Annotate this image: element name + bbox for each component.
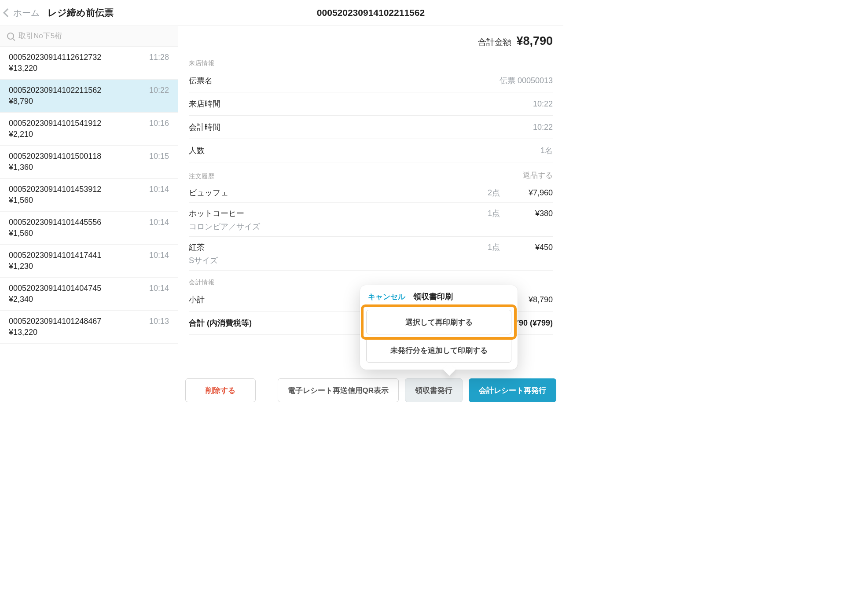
popover-cancel[interactable]: キャンセル bbox=[368, 292, 405, 302]
order-name: 紅茶 bbox=[189, 242, 452, 253]
transaction-item[interactable]: 00052023091410150011810:15¥1,360 bbox=[0, 146, 178, 179]
order-row: 紅茶1点¥450Sサイズ bbox=[189, 237, 553, 271]
transaction-amount: ¥1,230 bbox=[9, 262, 169, 271]
transaction-amount: ¥8,790 bbox=[9, 97, 169, 106]
transaction-amount: ¥2,340 bbox=[9, 295, 169, 304]
transaction-item[interactable]: 00052023091410124846710:13¥13,220 bbox=[0, 311, 178, 344]
back-button[interactable]: ホーム bbox=[4, 7, 40, 19]
transaction-amount: ¥1,560 bbox=[9, 229, 169, 238]
popover-add-unissued-button[interactable]: 未発行分を追加して印刷する bbox=[366, 338, 511, 363]
slip-row: 伝票名 伝票 00050013 bbox=[189, 69, 553, 92]
transaction-item[interactable]: 00052023091410154191210:16¥2,210 bbox=[0, 113, 178, 146]
transaction-time: 10:16 bbox=[149, 119, 169, 128]
issue-receipt-button[interactable]: 領収書発行 bbox=[405, 378, 463, 402]
delete-button[interactable]: 削除する bbox=[185, 378, 256, 402]
transaction-time: 10:22 bbox=[149, 86, 169, 95]
visit-section-head: 来店情報 bbox=[189, 59, 553, 67]
order-price: ¥380 bbox=[500, 209, 553, 218]
people-label: 人数 bbox=[189, 145, 205, 156]
transaction-amount: ¥2,210 bbox=[9, 130, 169, 139]
subtotal-label: 小計 bbox=[189, 294, 205, 305]
order-sub: Sサイズ bbox=[189, 255, 553, 266]
transaction-item[interactable]: 00052023091410145391210:14¥1,560 bbox=[0, 179, 178, 212]
detail-title: 000520230914102211562 bbox=[317, 7, 425, 18]
transaction-id: 000520230914101417441 bbox=[9, 251, 101, 260]
search-row[interactable] bbox=[0, 26, 178, 47]
transaction-time: 10:13 bbox=[149, 317, 169, 326]
transaction-time: 10:14 bbox=[149, 185, 169, 194]
order-qty: 1点 bbox=[452, 242, 500, 253]
arrive-row: 来店時間 10:22 bbox=[189, 92, 553, 116]
transaction-time: 10:14 bbox=[149, 251, 169, 260]
transaction-time: 10:14 bbox=[149, 284, 169, 293]
orders-section-label: 注文履歴 bbox=[189, 172, 214, 180]
order-price: ¥7,960 bbox=[500, 188, 553, 198]
order-row: ホットコーヒー1点¥380コロンビア／サイズ bbox=[189, 203, 553, 237]
screen-title: レジ締め前伝票 bbox=[48, 7, 114, 19]
transaction-amount: ¥1,360 bbox=[9, 163, 169, 172]
orders-section-head: 注文履歴 返品する bbox=[189, 170, 553, 180]
total-amount: ¥8,790 bbox=[516, 34, 553, 48]
transaction-id: 000520230914101541912 bbox=[9, 119, 101, 128]
transaction-amount: ¥13,220 bbox=[9, 328, 169, 337]
return-action[interactable]: 返品する bbox=[523, 170, 553, 180]
transaction-item[interactable]: 00052023091410141744110:14¥1,230 bbox=[0, 245, 178, 278]
subtotal-value: ¥8,790 bbox=[529, 295, 553, 304]
slip-value: 伝票 00050013 bbox=[500, 75, 553, 86]
arrive-value: 10:22 bbox=[533, 99, 553, 109]
transaction-time: 10:14 bbox=[149, 218, 169, 227]
transaction-item[interactable]: 00052023091410221156210:22¥8,790 bbox=[0, 80, 178, 113]
transaction-id: 000520230914101453912 bbox=[9, 185, 101, 194]
transaction-list-panel: ホーム レジ締め前伝票 00052023091411261273211:28¥1… bbox=[0, 0, 178, 411]
receipt-print-popover: キャンセル 領収書印刷 選択して再印刷する 未発行分を追加して印刷する bbox=[360, 285, 518, 370]
transaction-time: 10:15 bbox=[149, 152, 169, 161]
order-list: ビュッフェ2点¥7,960ホットコーヒー1点¥380コロンビア／サイズ紅茶1点¥… bbox=[189, 182, 553, 271]
total-label: 合計金額 bbox=[478, 37, 511, 47]
back-label: ホーム bbox=[13, 7, 40, 19]
transaction-id: 000520230914101248467 bbox=[9, 317, 101, 326]
people-value: 1名 bbox=[540, 145, 553, 156]
transaction-list[interactable]: 00052023091411261273211:28¥13,2200005202… bbox=[0, 47, 178, 411]
left-header: ホーム レジ締め前伝票 bbox=[0, 0, 178, 26]
transaction-item[interactable]: 00052023091411261273211:28¥13,220 bbox=[0, 47, 178, 80]
order-name: ビュッフェ bbox=[189, 187, 452, 198]
popover-select-reprint-button[interactable]: 選択して再印刷する bbox=[366, 310, 511, 334]
popover-head: キャンセル 領収書印刷 bbox=[366, 290, 511, 306]
transaction-item[interactable]: 00052023091410144555610:14¥1,560 bbox=[0, 212, 178, 245]
settle-value: 10:22 bbox=[533, 123, 553, 132]
action-bar: 削除する 電子レシート再送信用QR表示 領収書発行 会計レシート再発行 bbox=[178, 370, 563, 411]
chevron-left-icon bbox=[3, 8, 12, 17]
order-sub: コロンビア／サイズ bbox=[189, 221, 553, 232]
settle-label: 会計時間 bbox=[189, 122, 220, 132]
transaction-amount: ¥13,220 bbox=[9, 64, 169, 73]
transaction-id: 000520230914101404745 bbox=[9, 284, 101, 293]
order-qty: 2点 bbox=[452, 187, 500, 198]
pay-section-label: 会計情報 bbox=[189, 279, 214, 286]
search-input[interactable] bbox=[18, 32, 171, 40]
reissue-button[interactable]: 会計レシート再発行 bbox=[469, 378, 556, 402]
search-icon bbox=[7, 33, 14, 40]
order-qty: 1点 bbox=[452, 208, 500, 219]
transaction-id: 000520230914102211562 bbox=[9, 86, 101, 95]
order-price: ¥450 bbox=[500, 243, 553, 252]
order-name: ホットコーヒー bbox=[189, 208, 452, 219]
qr-button[interactable]: 電子レシート再送信用QR表示 bbox=[278, 378, 399, 402]
people-row: 人数 1名 bbox=[189, 139, 553, 162]
popover-title: 領収書印刷 bbox=[413, 291, 453, 302]
transaction-id: 000520230914101500118 bbox=[9, 152, 101, 161]
transaction-id: 000520230914112612732 bbox=[9, 53, 101, 62]
settle-row: 会計時間 10:22 bbox=[189, 116, 553, 139]
transaction-id: 000520230914101445556 bbox=[9, 218, 101, 227]
order-row: ビュッフェ2点¥7,960 bbox=[189, 182, 553, 203]
total-line: 合計金額 ¥8,790 bbox=[189, 34, 553, 48]
visit-section-label: 来店情報 bbox=[189, 59, 214, 67]
transaction-amount: ¥1,560 bbox=[9, 196, 169, 205]
grand-label: 合計 (内消費税等) bbox=[189, 318, 252, 328]
arrive-label: 来店時間 bbox=[189, 99, 220, 109]
slip-label: 伝票名 bbox=[189, 75, 213, 86]
transaction-item[interactable]: 00052023091410140474510:14¥2,340 bbox=[0, 278, 178, 311]
transaction-time: 11:28 bbox=[149, 53, 169, 62]
detail-header: 000520230914102211562 bbox=[178, 0, 563, 26]
